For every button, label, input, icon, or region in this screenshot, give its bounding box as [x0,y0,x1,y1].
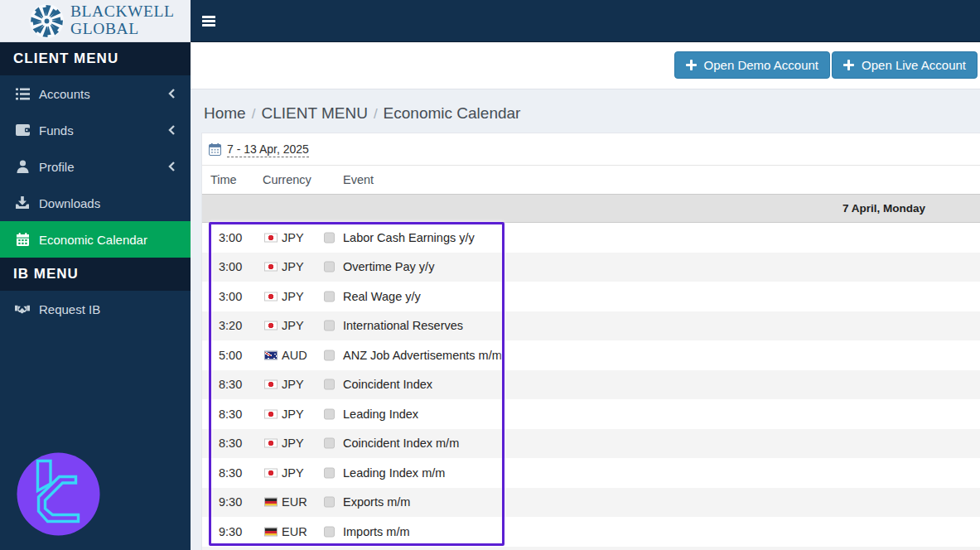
importance-indicator [324,321,335,331]
wallet-icon [15,123,30,138]
calendar-event-row[interactable]: 3:00 JPY Overtime Pay y/y [202,253,980,282]
sidebar-item-economic-calendar[interactable]: Economic Calendar [0,221,191,258]
calendar-icon [15,232,30,247]
breadcrumb-separator: / [368,106,384,122]
importance-indicator [324,262,335,273]
open-live-account-button[interactable]: Open Live Account [832,51,978,79]
sidebar-item-label: Downloads [39,196,100,210]
currency-code: EUR [282,495,307,509]
event-time: 9:30 [219,525,242,538]
event-time: 9:30 [219,495,242,509]
chevron-left-icon [168,162,175,171]
brand-logo-area[interactable]: BLACKWELL GLOBAL [0,0,191,42]
breadcrumb-home-link[interactable]: Home [204,104,246,122]
sidebar-item-downloads[interactable]: Downloads [0,185,191,221]
calendar-event-row[interactable]: 8:30 JPY Coincident Index [202,370,980,400]
currency-flag-icon [264,350,278,359]
event-time: 3:00 [219,290,242,303]
open-demo-account-label: Open Demo Account [704,58,818,72]
sidebar-header-client-menu: CLIENT MENU [0,42,191,75]
calendar-event-row[interactable]: 5:00 AUD ANZ Job Advertisements m/m [202,340,980,370]
column-header-currency: Currency [263,173,311,186]
hamburger-icon [202,16,215,27]
event-time: 5:00 [219,349,242,362]
event-name: Exports m/m [343,495,410,509]
column-header-time: Time [210,173,237,186]
economic-calendar-panel: 7 - 13 Apr, 2025 Time Currency Event 7 A… [201,133,980,550]
user-icon [15,159,30,174]
currency-flag-icon [264,292,278,301]
importance-indicator [324,497,335,508]
currency-flag-icon [264,468,278,477]
calendar-event-row[interactable]: 8:30 JPY Coincident Index m/m [202,429,980,459]
event-time: 3:00 [219,260,242,273]
top-navbar [191,0,980,42]
calendar-event-row[interactable]: 3:00 JPY Real Wage y/y [202,282,980,311]
currency-code: JPY [282,231,304,244]
sidebar-item-funds[interactable]: Funds [0,112,191,148]
event-time: 8:30 [219,466,242,480]
event-name: Leading Index m/m [343,466,445,480]
calendar-event-row[interactable]: 9:30 EUR Exports m/m [202,488,980,518]
calendar-event-row[interactable]: 9:30 EUR Imports m/m [202,517,980,547]
importance-indicator [324,438,335,449]
sidebar-item-label: Accounts [39,87,90,101]
sidebar-toggle-button[interactable] [191,0,227,41]
currency-code: JPY [282,260,304,273]
page-header-bar: Open Demo Account Open Live Account [191,42,980,89]
calendar-event-row[interactable]: 3:00 JPY Labor Cash Earnings y/y [202,223,980,253]
sidebar-item-label: Funds [39,123,74,138]
calendar-event-row[interactable]: 8:30 JPY Leading Index m/m [202,458,980,488]
next-row-edge [202,547,980,550]
breadcrumb-section[interactable]: CLIENT MENU [261,104,367,122]
open-live-account-label: Open Live Account [862,58,966,72]
day-header-label: 7 April, Monday [842,202,925,215]
brand-starburst-icon [30,4,64,38]
calendar-datebar: 7 - 13 Apr, 2025 [202,133,980,166]
plus-icon [686,60,697,70]
list-icon [15,86,30,101]
chevron-left-icon [168,89,175,99]
event-time: 8:30 [219,378,242,391]
watermark-logo [17,452,100,536]
event-name: Leading Index [343,408,418,421]
brand-name-line2: GLOBAL [70,21,175,38]
importance-indicator [324,526,335,537]
calendar-event-row[interactable]: 3:20 JPY International Reserves [202,311,980,341]
breadcrumb-separator: / [246,106,262,122]
sidebar-item-accounts[interactable]: Accounts [0,75,191,112]
event-time: 8:30 [219,437,242,450]
sidebar-item-profile[interactable]: Profile [0,148,191,185]
sidebar-item-label: Economic Calendar [39,233,147,247]
calendar-rows: 3:00 JPY Labor Cash Earnings y/y 3:00 JP… [202,223,980,550]
currency-flag-icon [264,439,278,448]
download-icon [15,195,30,210]
sidebar-item-request-ib[interactable]: Request IB [0,291,191,327]
calendar-event-row[interactable]: 8:30 JPY Leading Index [202,399,980,429]
currency-flag-icon [264,498,278,507]
currency-flag-icon [264,527,278,536]
calendar-column-headers: Time Currency Event [202,166,980,194]
event-name: International Reserves [343,319,463,332]
currency-flag-icon [264,409,278,418]
sidebar-header-ib-menu: IB MENU [0,258,191,291]
open-demo-account-button[interactable]: Open Demo Account [674,51,830,79]
column-header-event: Event [343,173,374,186]
importance-indicator [324,232,335,243]
currency-code: AUD [282,349,307,362]
date-range-picker[interactable]: 7 - 13 Apr, 2025 [227,142,309,157]
event-name: Coincident Index [343,378,432,391]
importance-indicator [324,379,335,390]
event-time: 3:00 [219,231,242,244]
calendar-small-icon [209,143,221,156]
currency-code: JPY [282,378,304,391]
currency-code: JPY [282,408,304,421]
breadcrumb: Home/CLIENT MENU/Economic Calendar [204,104,520,123]
currency-flag-icon [264,380,278,389]
event-name: Coincident Index m/m [343,437,459,450]
currency-flag-icon [264,321,278,330]
importance-indicator [324,467,335,478]
breadcrumb-page: Economic Calendar [384,104,521,122]
sidebar-item-label: Request IB [39,302,100,316]
currency-code: JPY [282,290,304,303]
